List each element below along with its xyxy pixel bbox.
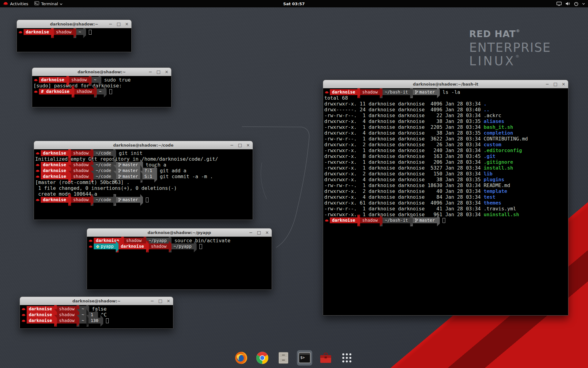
terminal-cursor — [89, 30, 92, 35]
redhat-prompt-icon — [36, 169, 40, 172]
redhat-prompt-icon — [36, 198, 40, 201]
ls-row-meta: -rwxrwxr-x. 1 darknoise darknoise 206 Ja… — [324, 159, 484, 165]
prompt-segment-dir: ~ — [79, 312, 86, 318]
window-home-small: darknoise@shadow:~−□×darknoiseshadow~ — [17, 20, 132, 52]
close-button[interactable]: × — [562, 82, 565, 86]
terminal-content[interactable]: darknoiseshadow~/codegit initInitialized… — [34, 149, 253, 220]
close-button[interactable]: × — [246, 143, 250, 147]
window-title: darknoise@shadow:~/pyapp — [148, 230, 211, 235]
dock-item-files[interactable] — [276, 350, 291, 366]
prompt-segment-host: shadow — [71, 174, 91, 179]
git-branch-icon — [118, 169, 121, 173]
prompt-segment-git: master — [413, 89, 437, 95]
powerline-separator-icon — [410, 215, 413, 226]
app-menu-label: Terminal — [41, 2, 58, 6]
prompt-segment-user: darknoise — [27, 306, 54, 312]
prompt-segment-dir: ~ — [79, 306, 86, 312]
terminal-content[interactable]: darknoiseshadow~sudo true[sudo] password… — [32, 76, 171, 107]
terminal-content[interactable]: darknoiseshadow~falsedarknoiseshadow~1^C… — [20, 305, 173, 328]
ls-row: drwxrwxr-x. 8 darknoise darknoise 163 Ja… — [324, 153, 567, 159]
prompt-segment-user: darknoise — [39, 77, 66, 83]
ls-filename: .travis.yml — [484, 206, 516, 212]
powerline-separator-icon — [357, 215, 360, 226]
minimize-button[interactable]: − — [230, 143, 234, 147]
prompt-segment-user: darknoise — [41, 197, 68, 203]
prompt-segment-host: shadow — [71, 162, 91, 168]
terminal-content[interactable]: darknoiseshadow~/bash-itmasterls -latota… — [323, 88, 568, 315]
ls-row-meta: drwxrwxr-x. 2 darknoise darknoise 26 Jan… — [324, 142, 484, 148]
window-title: darknoise@shadow:~ — [50, 22, 98, 26]
prompt-segment-dir: ~/code — [93, 150, 113, 156]
maximize-button[interactable]: □ — [553, 82, 557, 86]
maximize-button[interactable]: □ — [257, 230, 261, 235]
command-text: source bin/activate — [174, 238, 230, 243]
minimize-button[interactable]: − — [149, 70, 152, 74]
ls-row: drwxrwxr-x. 11 darknoise darknoise 4096 … — [324, 101, 567, 107]
dock-item-app-grid[interactable] — [339, 350, 355, 366]
clock[interactable]: Sat 03:57 — [0, 2, 588, 6]
git-branch-icon — [118, 163, 121, 167]
app-menu-terminal[interactable]: Terminal — [31, 0, 66, 7]
prompt-segment-gitstat: S:1 — [142, 174, 154, 179]
close-button[interactable]: × — [167, 299, 170, 303]
window-titlebar[interactable]: darknoise@shadow:~/code−□× — [34, 141, 253, 149]
terminal-content[interactable]: darknoiseshadow~/pyappsource bin/activat… — [87, 237, 272, 289]
close-button[interactable]: × — [265, 230, 269, 235]
window-titlebar[interactable]: darknoise@shadow:~−□× — [20, 297, 173, 305]
command-text: false — [92, 306, 107, 312]
powerline-separator-icon — [380, 215, 383, 226]
powerline-separator-icon — [140, 194, 143, 206]
dock-item-firefox[interactable] — [234, 350, 249, 366]
terminal-prompt-line: darknoiseshadow~ — [18, 29, 130, 35]
window-bashit: darknoise@shadow:~/bash-it−□×darknoisesh… — [323, 80, 568, 316]
minimize-button[interactable]: − — [545, 82, 549, 86]
close-button[interactable]: × — [125, 22, 129, 26]
terminal-output-line: create mode 100644 a — [35, 191, 251, 197]
prompt-segment-git: master — [116, 168, 140, 174]
terminal-output-line: Initialized empty Git repository in /hom… — [35, 156, 251, 162]
dock-item-chrome[interactable] — [255, 350, 270, 366]
terminal-content[interactable]: darknoiseshadow~ — [17, 28, 131, 52]
prompt-segment-host: shadow — [71, 168, 91, 174]
system-status-area[interactable] — [556, 0, 588, 7]
prompt-segment-user: darknoise — [24, 29, 51, 35]
terminal-icon: $> — [298, 351, 312, 365]
dock-item-toolbox[interactable] — [318, 350, 334, 366]
terminal-cursor — [109, 89, 112, 94]
maximize-button[interactable]: □ — [158, 299, 162, 303]
powerline-separator-icon — [83, 28, 86, 38]
ls-row-meta: -rw-rw-r--. 1 darknoise darknoise 18630 … — [324, 182, 484, 188]
window-controls: −□× — [230, 141, 250, 149]
powerline-separator-icon — [54, 315, 57, 327]
minimize-button[interactable]: − — [109, 22, 112, 26]
ls-row: drwxrwxr-x. 4 darknoise darknoise 38 Jan… — [324, 177, 567, 182]
powerline-separator-icon — [51, 28, 54, 38]
prompt-segment-git: master — [116, 174, 140, 179]
ls-row-meta: drwxrwxr-x. 11 darknoise darknoise 4096 … — [324, 101, 484, 107]
maximize-button[interactable]: □ — [238, 143, 242, 147]
dock-item-terminal[interactable]: $> — [297, 350, 312, 366]
minimize-button[interactable]: − — [249, 230, 253, 235]
terminal-cursor — [199, 244, 202, 249]
window-exitcodes: darknoise@shadow:~−□×darknoiseshadow~fal… — [20, 297, 173, 329]
window-titlebar[interactable]: darknoise@shadow:~/bash-it−□× — [323, 80, 568, 88]
ls-filename: test — [484, 194, 496, 200]
command-text: git init — [119, 150, 142, 156]
terminal-output-line: [sudo] password for darknoise: — [33, 83, 170, 89]
minimize-button[interactable]: − — [150, 299, 154, 303]
window-titlebar[interactable]: darknoise@shadow:~/pyapp−□× — [87, 228, 272, 237]
close-button[interactable]: × — [165, 70, 168, 74]
activities-button[interactable]: Activities — [0, 0, 31, 7]
redhat-prompt-icon — [18, 30, 23, 34]
prompt-segment-user: darknoise — [41, 168, 68, 174]
maximize-button[interactable]: □ — [117, 22, 121, 26]
maximize-button[interactable]: □ — [156, 70, 160, 74]
powerline-separator-icon — [154, 171, 157, 182]
ls-row: drwxrwxr-x. 2 darknoise darknoise 150 Ja… — [324, 171, 567, 177]
window-titlebar[interactable]: darknoise@shadow:~−□× — [17, 20, 131, 28]
prompt-segment-host: shadow — [57, 318, 77, 324]
prompt-segment-git: master — [116, 197, 140, 203]
powerline-separator-icon — [100, 315, 103, 327]
window-titlebar[interactable]: darknoise@shadow:~−□× — [32, 68, 171, 76]
ls-row-meta: drwxrwxr-x. 4 darknoise darknoise 38 Jan… — [324, 118, 484, 124]
